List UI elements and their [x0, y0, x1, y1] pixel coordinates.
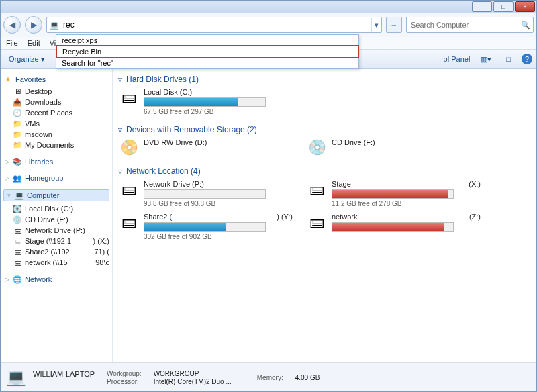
- back-button[interactable]: ◀: [3, 16, 21, 34]
- chevron-down-icon[interactable]: ▿: [5, 192, 12, 199]
- network-icon: 🌐: [13, 275, 22, 284]
- status-key: Processor:: [107, 378, 142, 385]
- forward-button[interactable]: ▶: [25, 16, 42, 34]
- cd-icon: 💿: [13, 215, 22, 224]
- sidebar-favorites-section: ★ Favorites 🖥Desktop 📥Downloads 🕘Recent …: [3, 75, 109, 150]
- autocomplete-item[interactable]: receipt.xps: [56, 35, 358, 46]
- sidebar-item-network-z[interactable]: 🖴network (\\1598\c: [3, 257, 109, 268]
- sidebar-item-label: Recent Places: [25, 109, 72, 117]
- sidebar-item-label: VMs: [25, 119, 40, 128]
- group-header[interactable]: ▿ Devices with Removable Storage (2): [118, 125, 531, 134]
- group-hard-disk-drives: ▿ Hard Disk Drives (1) 🖴 Local Disk (C:)…: [118, 75, 531, 115]
- chevron-down-icon: ▿: [118, 75, 122, 84]
- sidebar-item-extra: 71) (: [94, 248, 109, 256]
- sidebar-item-network-drive[interactable]: 🖴Network Drive (P:): [3, 225, 109, 236]
- sidebar-item-my-documents[interactable]: 📁My Documents: [3, 140, 109, 150]
- netdrive-icon: 🖴: [118, 213, 140, 232]
- sidebar-libraries-header[interactable]: ▷ 📚 Libraries: [3, 157, 109, 166]
- sidebar-item-cd-drive[interactable]: 💿CD Drive (F:): [3, 214, 109, 225]
- navigation-pane: ★ Favorites 🖥Desktop 📥Downloads 🕘Recent …: [1, 69, 113, 369]
- netdrive-icon: 🖴: [13, 236, 22, 246]
- menu-edit[interactable]: Edit: [28, 39, 40, 47]
- search-box[interactable]: 🔍: [406, 17, 534, 33]
- preview-pane-button[interactable]: □: [502, 54, 515, 64]
- maximize-button[interactable]: □: [493, 1, 514, 12]
- sidebar-computer-header[interactable]: ▿ 💻 Computer: [3, 189, 109, 201]
- drive-label: network: [332, 213, 358, 221]
- netdrive-icon: 🖴: [13, 226, 22, 235]
- drive-network-z[interactable]: 🖴 network(Z:): [306, 213, 481, 240]
- drive-label: Local Disk (C:): [144, 88, 192, 96]
- explorer-window: – □ × ◀ ▶ 💻 ▾ → 🔍 receipt.xps Recycle Bi…: [0, 0, 537, 392]
- search-input[interactable]: [409, 20, 521, 30]
- drive-network-p[interactable]: 🖴 Network Drive (P:) 93.8 GB free of 93.…: [118, 180, 293, 207]
- sidebar-item-extra: ) (X:): [93, 237, 109, 245]
- body: ★ Favorites 🖥Desktop 📥Downloads 🕘Recent …: [1, 69, 536, 369]
- group-title: Hard Disk Drives (1): [126, 75, 199, 84]
- netdrive-icon: 🖴: [118, 180, 140, 199]
- autocomplete-item[interactable]: Search for "rec": [56, 58, 358, 68]
- go-button[interactable]: →: [386, 17, 402, 33]
- views-button[interactable]: ▥▾: [477, 54, 495, 65]
- drive-dvd-rw-d[interactable]: 📀 DVD RW Drive (D:): [118, 138, 293, 157]
- menu-file[interactable]: File: [6, 39, 18, 47]
- organize-button[interactable]: Organize ▾: [5, 54, 49, 65]
- nav-row: ◀ ▶ 💻 ▾ → 🔍: [1, 13, 536, 37]
- chevron-down-icon: ▿: [118, 166, 122, 176]
- chevron-right-icon[interactable]: ▷: [3, 158, 10, 165]
- address-bar[interactable]: 💻 ▾: [46, 17, 382, 33]
- drive-share2-y[interactable]: 🖴 Share2 () (Y:) 302 GB free of 902 GB: [118, 213, 293, 240]
- sidebar-item-label: network (\\15: [25, 258, 68, 266]
- sidebar-item-label: Desktop: [25, 87, 52, 95]
- group-header[interactable]: ▿ Network Location (4): [118, 166, 531, 176]
- chevron-right-icon[interactable]: ▷: [3, 276, 10, 283]
- drive-stage-x[interactable]: 🖴 Stage(X:) 11.2 GB free of 278 GB: [306, 180, 481, 207]
- downloads-icon: 📥: [13, 97, 22, 107]
- sidebar-item-share2[interactable]: 🖴Share2 (\\19271) (: [3, 246, 109, 257]
- address-input[interactable]: [62, 18, 371, 32]
- sidebar-item-label: Computer: [27, 191, 59, 199]
- folder-icon: 📁: [13, 130, 22, 139]
- drive-label: Stage: [332, 180, 351, 188]
- content-pane: ▿ Hard Disk Drives (1) 🖴 Local Disk (C:)…: [113, 69, 536, 369]
- recent-icon: 🕘: [13, 108, 22, 117]
- computer-icon: 💻: [49, 19, 60, 30]
- minimize-button[interactable]: –: [472, 1, 492, 12]
- drive-label-suffix: ) (Y:): [277, 213, 293, 221]
- computer-icon: 💻: [15, 191, 24, 200]
- sidebar-homegroup-header[interactable]: ▷ 👥 Homegroup: [3, 173, 109, 183]
- drive-subtitle: 11.2 GB free of 278 GB: [332, 200, 481, 207]
- sidebar-item-desktop[interactable]: 🖥Desktop: [3, 86, 109, 97]
- sidebar-item-downloads[interactable]: 📥Downloads: [3, 97, 109, 107]
- close-button[interactable]: ×: [515, 1, 535, 12]
- sidebar-favorites-header[interactable]: ★ Favorites: [3, 75, 109, 84]
- sidebar-item-label: Downloads: [25, 98, 61, 106]
- address-dropdown-icon[interactable]: ▾: [371, 18, 381, 32]
- sidebar-item-label: Homegroup: [25, 174, 63, 182]
- address-autocomplete-dropdown: receipt.xps Recycle Bin Search for "rec": [56, 34, 359, 69]
- sidebar-item-vms[interactable]: 📁VMs: [3, 118, 109, 129]
- dvd-icon: 📀: [118, 138, 140, 157]
- libraries-icon: 📚: [13, 157, 22, 166]
- desktop-icon: 🖥: [13, 87, 22, 96]
- sidebar-item-stage[interactable]: 🖴Stage (\\192.1) (X:): [3, 236, 109, 246]
- drive-local-disk-c[interactable]: 🖴 Local Disk (C:) 67.5 GB free of 297 GB: [118, 88, 293, 115]
- sidebar-item-local-disk[interactable]: 💽Local Disk (C:): [3, 203, 109, 214]
- sidebar-network-section: ▷ 🌐 Network: [3, 275, 109, 284]
- autocomplete-item[interactable]: Recycle Bin: [56, 45, 359, 58]
- chevron-right-icon[interactable]: ▷: [3, 175, 10, 181]
- drive-cd-f[interactable]: 💿 CD Drive (F:): [306, 138, 440, 157]
- group-header[interactable]: ▿ Hard Disk Drives (1): [118, 75, 531, 84]
- usage-bar: [144, 222, 266, 232]
- group-title: Devices with Removable Storage (2): [126, 125, 257, 134]
- sidebar-item-label: msdown: [25, 130, 52, 138]
- netdrive-icon: 🖴: [13, 258, 22, 267]
- drive-label-suffix: (Z:): [469, 213, 481, 221]
- sidebar-item-msdown[interactable]: 📁msdown: [3, 129, 109, 140]
- sidebar-item-label: Network Drive (P:): [25, 226, 85, 234]
- sidebar-network-header[interactable]: ▷ 🌐 Network: [3, 275, 109, 284]
- sidebar-item-recent-places[interactable]: 🕘Recent Places: [3, 107, 109, 118]
- help-button[interactable]: ?: [522, 54, 532, 64]
- status-value: Intel(R) Core(TM)2 Duo ...: [154, 378, 232, 385]
- netdrive-icon: 🖴: [13, 247, 22, 256]
